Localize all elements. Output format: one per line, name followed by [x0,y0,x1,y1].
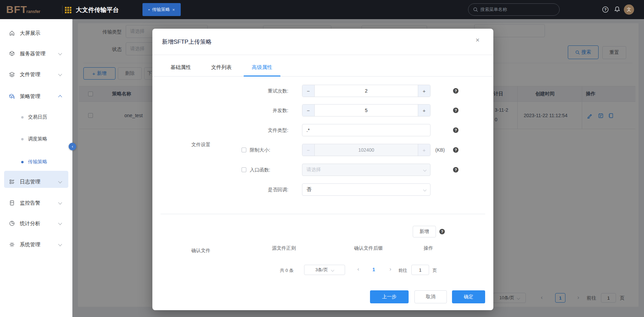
tabs-bottom-border [152,76,493,77]
column-action: 操作 [418,245,439,251]
notification-bell-icon[interactable] [614,6,621,13]
cancel-button[interactable]: 取消 [414,290,447,303]
sidebar-item-monitoring[interactable]: 监控告警 [0,196,72,210]
decrease-button[interactable]: − [302,85,315,97]
confirm-file-group-label: 确认文件 [191,248,210,254]
concurrency-value[interactable]: 5 [315,108,418,113]
chevron-up-icon [58,95,62,99]
tab-bullet: • [148,8,150,12]
help-icon[interactable]: ? [439,229,445,234]
sidebar-item-label: 策略管理 [20,93,40,100]
callback-label: 是否回调: [220,187,288,193]
increase-button[interactable]: + [418,105,430,116]
sidebar-subitem-trade-calendar[interactable]: 交易日历 [0,110,72,124]
file-type-input[interactable]: .* [302,124,430,136]
dialog-close-icon[interactable]: × [476,36,480,44]
grid-menu-icon[interactable] [65,7,71,13]
chevron-down-icon [58,221,62,225]
sidebar-item-system[interactable]: 系统管理 [0,238,72,251]
sidebar-item-servers[interactable]: 服务器管理 [0,47,72,60]
open-tab-transfer-policy[interactable]: • 传输策略 × [142,3,181,16]
sidebar-subitem-schedule-policy[interactable]: 调度策略 [0,132,72,146]
column-source-regex: 源文件正则 [267,245,301,251]
sidebar-item-label: 大屏展示 [20,30,40,37]
confirm-button[interactable]: 确定 [452,290,485,303]
modal-goto-input[interactable]: 1 [411,265,429,275]
tab-advanced-properties[interactable]: 高级属性 [250,64,274,71]
concurrency-stepper: − 5 + [302,104,430,116]
confirm-file-add-button[interactable]: 新增 [413,226,436,237]
tab-basic-properties[interactable]: 基础属性 [168,64,193,71]
active-tab-underline [244,75,280,77]
modal-current-page[interactable]: 1 [372,267,375,272]
previous-step-button[interactable]: 上一步 [370,290,409,303]
sidebar-subitem-label: 调度策略 [28,136,47,142]
entry-function-checkbox[interactable] [242,167,246,172]
sidebar-item-label: 文件管理 [20,71,40,78]
modal-prev-page-icon[interactable]: ‹ [357,266,359,272]
sidebar-item-files[interactable]: 文件管理 [0,68,72,81]
add-sftp-policy-dialog: 新增SFTP上传策略 × 基础属性 文件列表 高级属性 文件设置 重试次数: −… [152,29,493,310]
dialog-title: 新增SFTP上传策略 [162,38,211,46]
size-limit-checkbox[interactable] [242,148,246,152]
menu-search-input[interactable]: 搜索菜单名称 [468,3,560,16]
sidebar-item-label: 系统管理 [20,242,40,248]
help-icon[interactable]: ? [453,88,458,94]
sidebar-item-dashboard[interactable]: 大屏展示 [0,26,72,40]
top-header: BFTransfer 大文件传输平台 • 传输策略 × 搜索菜单名称 ? 文 [0,0,644,19]
bullet-icon [21,116,24,119]
help-icon[interactable]: ? [453,108,458,113]
help-icon[interactable]: ? [453,127,458,133]
chevron-down-icon [423,168,427,171]
help-icon[interactable]: ? [453,147,458,153]
page-size-value: 3条/页 [315,267,328,273]
search-placeholder: 搜索菜单名称 [480,6,507,13]
modal-page-size-select[interactable]: 3条/页 [304,265,345,275]
tab-file-list[interactable]: 文件列表 [209,64,234,71]
sidebar-subitem-transfer-policy[interactable]: 传输策略 [0,153,72,170]
callback-select[interactable]: 否 [302,183,430,196]
sidebar-item-logs[interactable]: 日志管理 [0,175,72,189]
file-type-label: 文件类型: [220,127,288,134]
tab-close-icon[interactable]: × [172,7,175,12]
layers-icon [9,71,15,78]
sidebar-item-label: 日志管理 [20,179,40,185]
size-limit-stepper: − 102400 + [302,144,430,156]
server-cube-icon [9,51,15,57]
decrease-button[interactable]: − [302,105,315,116]
modal-page-suffix: 页 [433,267,437,274]
sidebar-collapse-handle[interactable]: ‹ [69,143,76,150]
brand-logo: BFTransfer [6,4,40,15]
sidebar-item-statistics[interactable]: 统计分析 [0,217,72,230]
retry-count-label: 重试次数: [220,88,288,94]
sidebar-item-policies[interactable]: 策略管理 [0,89,72,103]
modal-goto-label: 前往 [398,267,407,274]
select-placeholder: 请选择 [306,167,321,173]
user-avatar[interactable]: 文 [624,4,634,15]
header-divider [62,5,63,14]
help-icon[interactable]: ? [453,167,458,173]
sidebar-nav: 大屏展示 服务器管理 文件管理 策略管理 交易日历 调度策略 传输策略 [0,19,72,317]
total-count-label: 共 0 条 [280,267,293,274]
modal-next-page-icon[interactable]: › [389,266,391,272]
retry-count-value[interactable]: 2 [315,88,418,94]
size-unit-label: (KB) [435,147,445,153]
increase-button[interactable]: + [418,85,430,97]
size-limit-value: 102400 [315,147,418,153]
chevron-down-icon [58,179,62,183]
chevron-down-icon [423,188,427,191]
decrease-button: − [302,144,315,156]
app-root: BFTransfer 大文件传输平台 • 传输策略 × 搜索菜单名称 ? 文 大… [0,0,644,317]
help-icon[interactable]: ? [602,6,609,13]
page-title: 大文件传输平台 [76,6,119,14]
size-limit-label: 限制大小: [250,147,270,153]
sidebar-item-label: 统计分析 [20,220,40,227]
policy-cube-icon [9,93,15,99]
retry-count-stepper: − 2 + [302,85,430,97]
dialog-header-divider [152,55,493,55]
chevron-down-icon [58,201,62,204]
file-settings-group-label: 文件设置 [191,142,210,148]
svg-text:?: ? [604,8,607,12]
avatar-text: 文 [627,6,631,13]
gear-icon [9,242,15,248]
